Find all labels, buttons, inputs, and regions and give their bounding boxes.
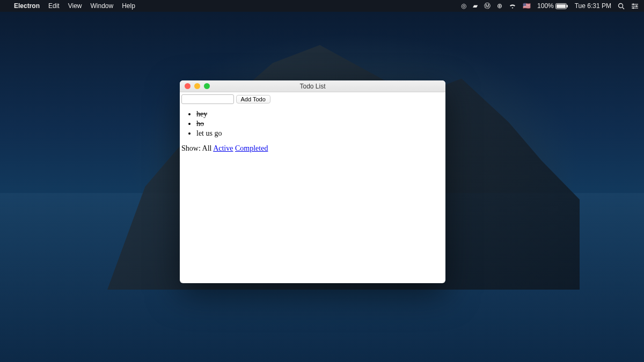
- todo-item[interactable]: hey: [196, 109, 444, 119]
- spotlight-icon[interactable]: [618, 3, 625, 10]
- macos-menubar: Electron Edit View Window Help ◎ ▰ Ⓜ ⊕ 🇺…: [0, 0, 644, 12]
- menubar-app-name[interactable]: Electron: [14, 2, 40, 10]
- window-close-button[interactable]: [185, 83, 191, 89]
- battery-status[interactable]: 100%: [537, 2, 568, 10]
- status-icon-generic[interactable]: ◎: [461, 2, 466, 10]
- todo-item[interactable]: let us go: [196, 129, 444, 138]
- svg-line-4: [623, 7, 625, 9]
- battery-percent: 100%: [537, 2, 554, 10]
- wifi-icon[interactable]: [509, 3, 516, 9]
- todo-form: Add Todo: [181, 94, 444, 104]
- flag-icon[interactable]: 🇺🇸: [523, 2, 531, 10]
- svg-point-8: [633, 3, 634, 5]
- window-minimize-button[interactable]: [194, 83, 200, 89]
- filter-current: All: [202, 144, 212, 152]
- menubar-item-view[interactable]: View: [68, 2, 82, 10]
- add-todo-button[interactable]: Add Todo: [236, 95, 270, 104]
- svg-point-9: [636, 5, 638, 7]
- todo-item[interactable]: ho: [196, 119, 444, 129]
- svg-rect-1: [557, 4, 566, 8]
- todo-list: hey ho let us go: [196, 109, 444, 139]
- window-body: Add Todo hey ho let us go Show: All Acti…: [180, 92, 445, 155]
- status-icon-chat[interactable]: ▰: [473, 2, 478, 10]
- filter-link-completed[interactable]: Completed: [235, 144, 268, 152]
- menubar-item-help[interactable]: Help: [122, 2, 135, 10]
- menubar-clock[interactable]: Tue 6:31 PM: [575, 2, 611, 10]
- window-titlebar[interactable]: Todo List: [180, 80, 445, 92]
- svg-point-10: [633, 7, 634, 9]
- new-todo-input[interactable]: [181, 94, 234, 104]
- window-title: Todo List: [180, 83, 445, 90]
- filter-link-active[interactable]: Active: [213, 144, 233, 152]
- filter-prefix: Show:: [181, 144, 202, 152]
- window-maximize-button[interactable]: [204, 83, 210, 89]
- svg-rect-2: [567, 5, 568, 8]
- status-icon-bluetooth[interactable]: ⊕: [497, 2, 502, 10]
- status-icon-m[interactable]: Ⓜ: [484, 2, 491, 11]
- app-window: Todo List Add Todo hey ho let us go Show…: [180, 80, 445, 283]
- svg-point-3: [619, 3, 623, 8]
- menubar-item-edit[interactable]: Edit: [48, 2, 60, 10]
- control-center-icon[interactable]: [631, 3, 639, 9]
- visibility-filters: Show: All Active Completed: [181, 144, 444, 153]
- menubar-item-window[interactable]: Window: [91, 2, 114, 10]
